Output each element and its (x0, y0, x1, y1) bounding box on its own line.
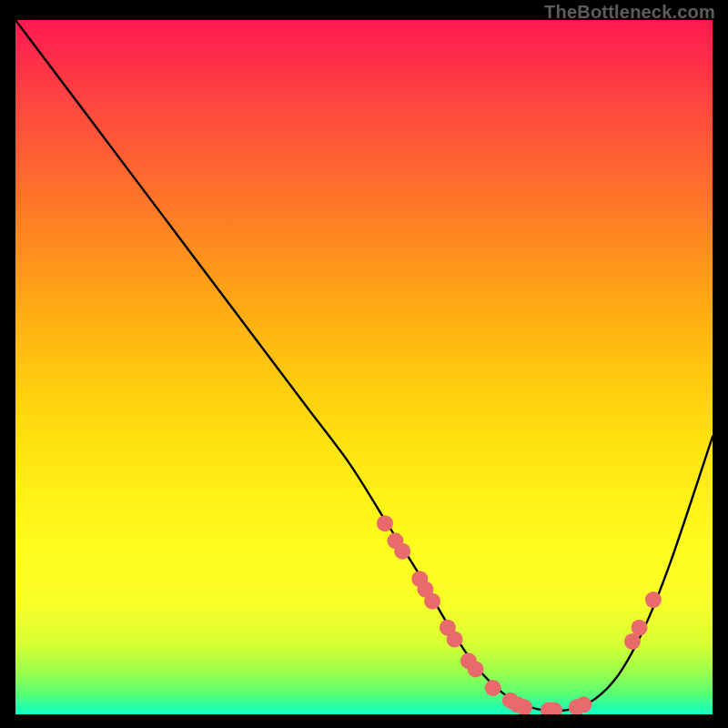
marker-group (377, 515, 662, 714)
data-marker (377, 515, 393, 531)
plot-area (15, 20, 713, 714)
chart-svg (15, 20, 713, 714)
data-marker (624, 633, 641, 650)
bottleneck-curve-path (15, 20, 713, 711)
data-marker (645, 592, 662, 608)
data-marker (632, 620, 648, 636)
attribution-text: TheBottleneck.com (544, 2, 715, 23)
data-marker (394, 543, 410, 560)
data-marker (424, 593, 440, 610)
data-marker (485, 680, 501, 696)
data-marker (447, 632, 463, 648)
data-marker (468, 661, 484, 677)
stage: TheBottleneck.com (0, 0, 728, 728)
data-marker (575, 696, 592, 713)
